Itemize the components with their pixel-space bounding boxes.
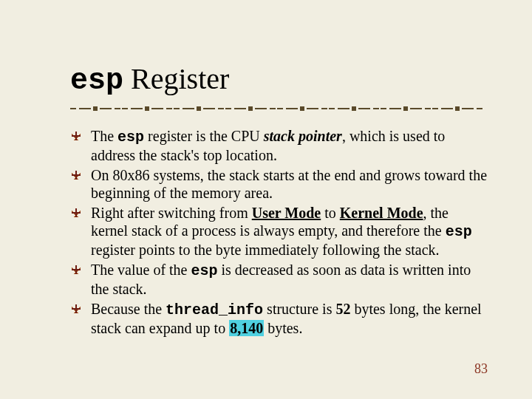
text: register is the CPU [144, 128, 264, 144]
number-8140-highlight: 8,140 [229, 320, 264, 336]
text: register points to the byte immediately … [91, 242, 440, 258]
page-title: esp Register [70, 63, 488, 98]
stack-pointer-term: stack pointer [264, 128, 342, 144]
text: bytes. [264, 320, 302, 336]
esp-keyword: esp [191, 262, 218, 279]
svg-rect-5 [70, 103, 484, 114]
divider-ornament [70, 103, 484, 114]
esp-keyword: esp [446, 223, 472, 240]
list-item: Right after switching from User Mode to … [70, 204, 488, 259]
list-item: On 80x86 systems, the stack starts at th… [70, 166, 488, 202]
title-esp: esp [70, 64, 123, 98]
esp-keyword: esp [117, 129, 144, 146]
text: to [321, 205, 340, 221]
text: Right after switching from [91, 205, 252, 221]
title-rest: Register [123, 62, 229, 95]
bullet-list: The esp register is the CPU stack pointe… [70, 127, 488, 337]
text: The value of the [91, 262, 191, 278]
text: The [91, 128, 117, 144]
text: On 80x86 systems, the stack starts at th… [91, 167, 487, 201]
thread-info-keyword: thread_info [166, 301, 263, 318]
user-mode-term: User Mode [252, 205, 321, 221]
kernel-mode-term: Kernel Mode [340, 205, 423, 221]
number-52: 52 [335, 301, 350, 317]
list-item: The value of the esp is decreased as soo… [70, 261, 488, 299]
page-number: 83 [474, 361, 488, 377]
slide: esp Register The esp register is the CPU… [0, 0, 532, 399]
text: structure is [263, 301, 335, 317]
text: Because the [91, 301, 166, 317]
list-item: Because the thread_info structure is 52 … [70, 300, 488, 338]
list-item: The esp register is the CPU stack pointe… [70, 127, 488, 165]
